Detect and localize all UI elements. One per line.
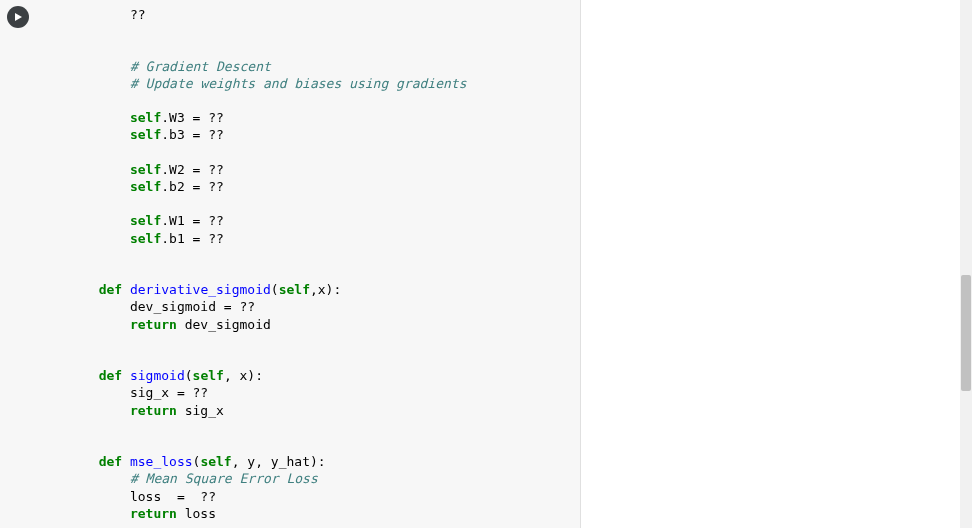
output-panel [580,0,972,528]
run-cell-button[interactable] [7,6,29,28]
cell-gutter [0,0,36,528]
scrollbar-thumb[interactable] [961,275,971,391]
notebook-container: ?? # Gradient Descent # Update weights a… [0,0,972,528]
svg-marker-0 [15,13,22,21]
code-editor[interactable]: ?? # Gradient Descent # Update weights a… [36,0,580,528]
play-icon [13,12,23,22]
vertical-scrollbar[interactable] [960,0,972,528]
